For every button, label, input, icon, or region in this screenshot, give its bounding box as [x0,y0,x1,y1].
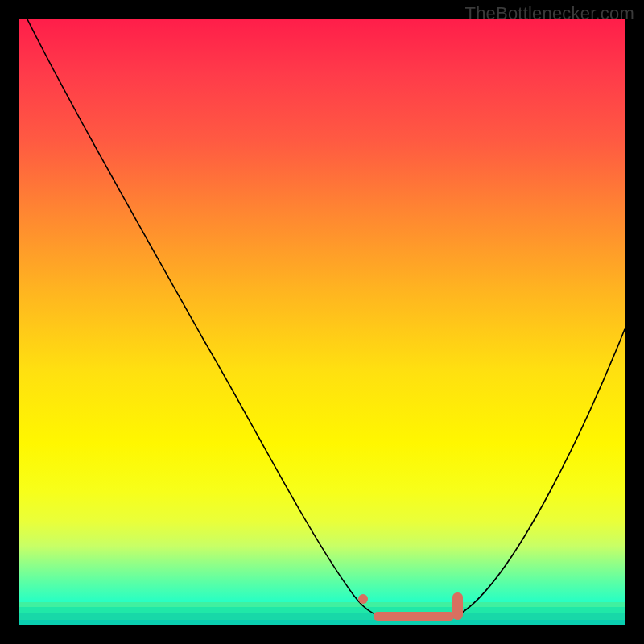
chart-frame: TheBottlenecker.com [0,0,644,644]
curve-left [27,19,394,618]
optimal-marker-start [358,594,368,604]
source-label: TheBottlenecker.com [465,3,634,24]
optimal-marker-end [452,592,463,620]
bottleneck-curve [19,19,625,625]
source-attribution: TheBottlenecker.com [465,3,634,24]
curve-right [458,329,625,615]
plot-area [19,19,625,625]
optimal-range-bar [374,612,454,621]
